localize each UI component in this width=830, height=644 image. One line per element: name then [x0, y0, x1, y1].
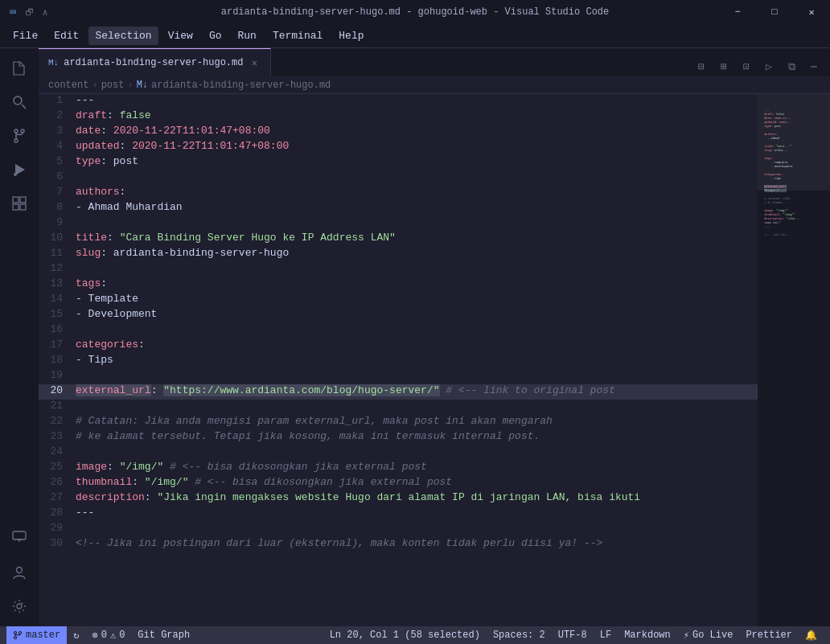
line-number: 23	[39, 430, 76, 442]
svg-point-19	[19, 632, 22, 634]
line-number: 3	[39, 125, 76, 137]
window-buttons: − □ ✕	[719, 0, 830, 24]
line-content: ---	[76, 507, 751, 519]
git-branch-icon	[13, 630, 23, 640]
minimize-button[interactable]: −	[719, 0, 756, 24]
spaces-status[interactable]: Spaces: 2	[487, 626, 552, 644]
extensions-icon[interactable]	[6, 190, 33, 217]
line-number: 17	[39, 338, 76, 351]
menu-bar: File Edit Selection View Go Run Terminal…	[0, 24, 830, 48]
code-line-11: 11slug: ardianta-binding-server-hugo	[39, 247, 758, 262]
menu-edit[interactable]: Edit	[47, 27, 85, 45]
bell-icon: 🔔	[805, 630, 817, 642]
code-line-26: 26thumbnail: "/img/" # <-- bisa dikosong…	[39, 476, 758, 491]
line-content: updated: 2020-11-22T11:01:47+08:00	[76, 140, 751, 152]
code-line-13: 13tags:	[39, 277, 758, 293]
menu-file[interactable]: File	[6, 27, 44, 45]
line-content: image: "/img/" # <-- bisa dikosongkan ji…	[76, 461, 751, 473]
menu-run[interactable]: Run	[231, 27, 262, 45]
breadcrumb-post[interactable]: post	[101, 80, 125, 91]
svg-point-16	[17, 604, 22, 609]
remote-icon[interactable]	[6, 525, 33, 552]
expand-icon[interactable]: ∧	[39, 6, 51, 18]
line-number: 22	[39, 415, 76, 427]
run-debug-icon[interactable]	[6, 156, 33, 183]
line-content: tags:	[76, 277, 751, 289]
code-line-1: 1---	[39, 94, 758, 109]
line-number: 28	[39, 507, 76, 519]
errors-status[interactable]: ⊗ 0 ⚠ 0	[85, 626, 131, 644]
line-number: 25	[39, 461, 76, 473]
line-number: 8	[39, 201, 76, 213]
code-line-22: 22# Catatan: Jika anda mengisi param ext…	[39, 415, 758, 430]
prettier-status[interactable]: Prettier	[739, 626, 799, 644]
code-line-7: 7authors:	[39, 186, 758, 201]
code-line-25: 25image: "/img/" # <-- bisa dikosongkan …	[39, 461, 758, 476]
cursor-position-status[interactable]: Ln 20, Col 1 (58 selected)	[323, 626, 487, 644]
language-status[interactable]: Markdown	[618, 626, 677, 644]
svg-rect-8	[13, 197, 18, 203]
code-line-15: 15 - Development	[39, 308, 758, 323]
collapse-icon[interactable]: 🗗	[23, 6, 35, 18]
line-number: 13	[39, 277, 76, 289]
more-actions-button[interactable]: ⋯	[804, 57, 824, 76]
toggle-panel-button[interactable]: ⊞	[714, 57, 733, 76]
status-bar: master ↻ ⊗ 0 ⚠ 0 Git Graph Ln 20, Col 1 …	[0, 626, 830, 644]
run-button[interactable]: ▷	[759, 57, 779, 76]
line-number: 5	[39, 155, 76, 167]
svg-line-1	[22, 105, 26, 109]
source-control-icon[interactable]	[6, 122, 33, 150]
line-number: 9	[39, 216, 76, 228]
menu-go[interactable]: Go	[203, 27, 228, 45]
line-number: 12	[39, 262, 76, 274]
git-graph-status[interactable]: Git Graph	[131, 626, 196, 644]
tab-label: ardianta-binding-server-hugo.md	[64, 57, 243, 68]
menu-view[interactable]: View	[162, 27, 199, 45]
search-icon[interactable]	[6, 88, 33, 116]
window-controls: ⌨ 🗗 ∧	[0, 0, 58, 24]
code-line-24: 24	[39, 445, 758, 461]
explorer-icon[interactable]	[6, 55, 33, 82]
line-content: # ke alamat tersebut. Tetapi jika kosong…	[76, 430, 751, 442]
error-count: 0	[101, 630, 107, 641]
git-branch-status[interactable]: master	[6, 626, 67, 644]
sync-status[interactable]: ↻	[67, 626, 85, 644]
close-button[interactable]: ✕	[793, 0, 830, 24]
svg-rect-9	[20, 197, 26, 203]
line-content: slug: ardianta-binding-server-hugo	[76, 247, 751, 259]
error-icon: ⊗	[92, 630, 97, 642]
line-number: 19	[39, 369, 76, 381]
notifications-status[interactable]: 🔔	[799, 626, 824, 644]
line-ending-status[interactable]: LF	[594, 626, 618, 644]
code-line-30: 30<!-- Jika ini postingan dari luar (eks…	[39, 537, 758, 552]
code-line-3: 3date: 2020-11-22T11:01:47+08:00	[39, 125, 758, 140]
code-line-18: 18 - Tips	[39, 354, 758, 369]
account-icon[interactable]	[6, 559, 33, 586]
menu-terminal[interactable]: Terminal	[266, 27, 329, 45]
breadcrumb-content[interactable]: content	[48, 80, 88, 91]
line-ending-label: LF	[600, 630, 611, 641]
active-tab[interactable]: M↓ ardianta-binding-server-hugo.md ✕	[39, 48, 271, 76]
breadcrumb-filename[interactable]: ardianta-binding-server-hugo.md	[151, 80, 331, 91]
go-live-status[interactable]: ⚡ Go Live	[677, 626, 740, 644]
tab-close-button[interactable]: ✕	[248, 56, 261, 69]
line-content: - Tips	[76, 354, 751, 366]
line-content: external_url: "https://www.ardianta.com/…	[76, 384, 751, 396]
line-number: 15	[39, 308, 76, 320]
line-content	[76, 369, 751, 381]
menu-selection[interactable]: Selection	[88, 27, 158, 45]
line-content	[76, 170, 751, 183]
toggle-sidebar-button[interactable]: ⊡	[737, 57, 756, 76]
svg-rect-10	[13, 204, 18, 210]
code-editor[interactable]: 1---2draft: false3date: 2020-11-22T11:01…	[39, 94, 830, 626]
warning-icon: ⚠	[110, 630, 116, 642]
settings-icon[interactable]	[6, 593, 33, 620]
maximize-button[interactable]: □	[756, 0, 793, 24]
line-number: 29	[39, 522, 76, 534]
split-editor-button[interactable]: ⊟	[692, 57, 711, 76]
menu-help[interactable]: Help	[332, 27, 370, 45]
code-line-17: 17categories:	[39, 338, 758, 354]
spaces-label: Spaces: 2	[493, 630, 545, 641]
encoding-status[interactable]: UTF-8	[552, 626, 594, 644]
customize-layout-button[interactable]: ⧉	[782, 57, 801, 76]
